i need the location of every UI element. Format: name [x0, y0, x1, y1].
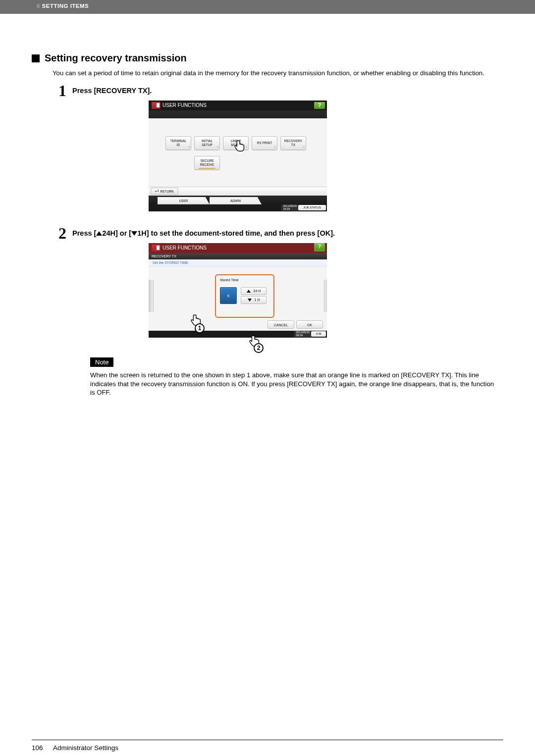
mfp-subbar — [149, 110, 327, 118]
step-number-1: 1 — [58, 83, 66, 99]
stored-time-label: Stored Time — [220, 278, 239, 282]
datetime-label: 2011/05/24 15:34 — [281, 204, 298, 211]
tabs-row: USER ADMIN — [149, 196, 327, 204]
initial-setup-button[interactable]: INITIAL SETUP» — [194, 136, 220, 150]
note-text: When the screen is returned to the one s… — [90, 371, 496, 397]
callout-2: 2 — [254, 343, 264, 353]
job-status-button-2[interactable]: JOB — [311, 331, 326, 337]
step-2: 2 Press [24H] or [1H] to set the documen… — [58, 225, 503, 241]
datetime-label-2: 2011/05/25 09:34 — [294, 331, 311, 337]
cancel-button[interactable]: CANCEL — [268, 320, 294, 329]
square-bullet-icon — [32, 54, 40, 62]
mfp-title: USER FUNCTIONS — [162, 102, 207, 108]
step-2-text: Press [24H] or [1H] to set the document-… — [72, 225, 335, 237]
increase-24h-button[interactable]: 24 H — [241, 287, 267, 295]
app-icon — [152, 102, 160, 109]
step-1: 1 Press [RECOVERY TX]. — [58, 83, 503, 99]
tab-user[interactable]: USER — [158, 197, 210, 204]
job-status-button[interactable]: JOB STATUS — [298, 205, 326, 210]
breadcrumb: RECOVERY TX ? — [149, 253, 327, 259]
ok-button[interactable]: OK — [296, 320, 323, 329]
callout-1: 1 — [195, 323, 205, 333]
return-row: ⮠RETURN — [149, 187, 327, 196]
recovery-tx-button[interactable]: RECOVERY TX» — [280, 136, 306, 150]
status-row-2: 2011/05/25 09:34 JOB — [149, 331, 327, 338]
section-title: Setting recovery transmission — [45, 52, 187, 64]
tab-admin[interactable]: ADMIN — [210, 197, 262, 204]
help-button[interactable]: ? — [314, 102, 325, 109]
mfp-titlebar-2: USER FUNCTIONS ? — [149, 243, 327, 253]
section-intro: You can set a period of time to retain o… — [53, 69, 503, 78]
right-gutter — [324, 280, 327, 312]
screenshot-recovery-tx: USER FUNCTIONS ? RECOVERY TX ? Set the S… — [149, 243, 327, 338]
left-gutter — [149, 280, 154, 312]
step-number-2: 2 — [58, 225, 66, 241]
mfp-body-2: Stored Time 6 24 H 1 H CANCEL OK — [149, 266, 327, 331]
app-icon — [152, 245, 160, 252]
screenshot-user-functions: USER FUNCTIONS ? TERMINAL ID» INITIAL SE… — [149, 101, 327, 211]
hint-bar: Set the STORED TIME. — [149, 259, 327, 266]
terminal-id-button[interactable]: TERMINAL ID» — [165, 136, 191, 150]
orange-indicator-line — [199, 168, 215, 169]
rx-print-button[interactable]: RX PRINT» — [252, 136, 277, 150]
chapter-header-bar: 6 SETTING ITEMS — [0, 0, 535, 14]
triangle-up-icon — [96, 231, 102, 236]
chapter-title: SETTING ITEMS — [42, 3, 89, 9]
triangle-up-icon — [247, 290, 251, 293]
decrease-1h-button[interactable]: 1 H — [241, 296, 267, 304]
triangle-down-icon — [131, 231, 137, 236]
chapter-number: 6 — [37, 3, 40, 9]
triangle-down-icon — [248, 299, 252, 302]
section-heading-row: Setting recovery transmission — [32, 52, 503, 64]
secure-receive-button[interactable]: SECURE RECEIVE — [194, 156, 220, 170]
hand-cursor-icon — [233, 138, 247, 153]
help-button[interactable]: ? — [314, 243, 325, 250]
status-row: 2011/05/24 15:34 JOB STATUS — [149, 204, 327, 211]
mfp-title-2: USER FUNCTIONS — [162, 245, 207, 251]
note-label: Note — [90, 357, 113, 367]
return-arrow-icon: ⮠ — [155, 190, 159, 193]
return-button[interactable]: ⮠RETURN — [151, 188, 178, 195]
step-1-text: Press [RECOVERY TX]. — [72, 83, 152, 95]
stored-time-value: 6 — [220, 287, 237, 304]
mfp-titlebar: USER FUNCTIONS ? — [149, 101, 327, 110]
